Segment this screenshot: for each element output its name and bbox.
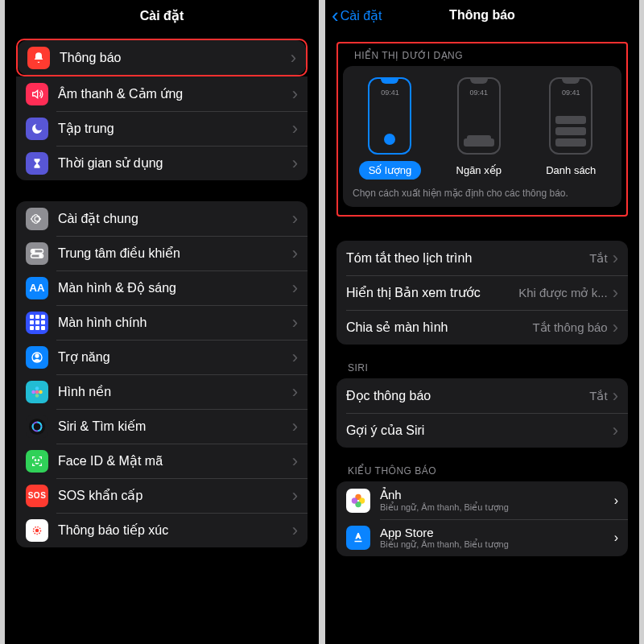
svg-point-9 xyxy=(35,394,39,398)
highlight-box: Thông báo› xyxy=(16,39,308,76)
app-meta: ẢnhBiểu ngữ, Âm thanh, Biểu tượng xyxy=(380,488,614,513)
row-value: Khi được mở k... xyxy=(518,286,608,300)
settings-group: Cài đặt chung›Trung tâm điều khiển›AAMàn… xyxy=(16,201,308,547)
section-header-siri: SIRI xyxy=(348,362,625,374)
row-label: Thông báo tiếp xúc xyxy=(58,522,287,538)
settings-row-notifications[interactable]: Thông báo› xyxy=(18,40,306,75)
settings-row-general[interactable]: Cài đặt chung› xyxy=(16,201,308,236)
settings-row[interactable]: Hiển thị Bản xem trướcKhi được mở k...› xyxy=(336,275,628,310)
row-label: Chia sẻ màn hình xyxy=(346,320,526,335)
settings-row-sounds[interactable]: Âm thanh & Cảm ứng› xyxy=(16,76,308,111)
settings-row-homescreen[interactable]: Màn hình chính› xyxy=(16,305,308,340)
nav-title: Thông báo xyxy=(449,8,515,23)
appstore-icon xyxy=(346,526,370,550)
chevron-right-icon: › xyxy=(613,422,618,440)
svg-point-6 xyxy=(35,390,39,394)
SOS-icon: SOS xyxy=(26,485,48,507)
row-label: Hình nền xyxy=(58,384,287,399)
svg-point-11 xyxy=(29,418,45,434)
svg-point-21 xyxy=(352,497,357,503)
settings-row[interactable]: Chia sẻ màn hìnhTắt thông báo› xyxy=(336,310,628,345)
row-label: Hiển thị Bản xem trước xyxy=(346,285,512,300)
chevron-right-icon: › xyxy=(292,452,298,470)
row-label: Màn hình & Độ sáng xyxy=(58,280,287,295)
hourglass-icon xyxy=(26,152,48,175)
svg-point-1 xyxy=(32,250,35,252)
chevron-right-icon: › xyxy=(292,522,298,539)
settings-row-display[interactable]: AAMàn hình & Độ sáng› xyxy=(16,270,308,305)
chevron-right-icon: › xyxy=(292,210,298,228)
settings-row-faceid[interactable]: Face ID & Mật mã› xyxy=(16,444,308,478)
settings-row-sos[interactable]: SOSSOS khẩn cấp› xyxy=(16,478,308,513)
bell-icon xyxy=(27,47,50,69)
svg-point-3 xyxy=(39,254,42,257)
chevron-right-icon: › xyxy=(613,250,618,267)
display-option-stack[interactable]: 09:41Ngăn xếp xyxy=(447,77,511,180)
face-icon xyxy=(26,450,48,473)
nav-title: Cài đặt xyxy=(140,8,184,23)
row-label: Cài đặt chung xyxy=(58,211,287,226)
display-option-label: Số lượng xyxy=(359,161,422,180)
settings-row[interactable]: Gợi ý của Siri› xyxy=(336,413,628,448)
chevron-right-icon: › xyxy=(292,349,298,366)
chevron-right-icon: › xyxy=(292,85,298,103)
settings-row-focus[interactable]: Tập trung› xyxy=(16,111,308,146)
phone-preview-icon: 09:41 xyxy=(368,77,411,155)
notifications-screen: ‹ Cài đặt Thông báo HIỂN THỊ DƯỚI DẠNG09… xyxy=(325,0,639,644)
AA-icon: AA xyxy=(26,277,48,299)
flower-icon xyxy=(26,381,48,403)
row-label: Trung tâm điều khiển xyxy=(58,246,287,261)
notification-style-group: ẢnhBiểu ngữ, Âm thanh, Biểu tượng›App St… xyxy=(336,481,628,556)
row-label: Tập trung xyxy=(58,121,287,136)
display-as-footer: Chọn cách xuất hiện mặc định cho các thô… xyxy=(343,183,621,207)
chevron-right-icon: › xyxy=(292,314,298,332)
nav-bar: Cài đặt xyxy=(5,0,319,31)
row-value: Tắt xyxy=(589,251,607,266)
chevron-right-icon: › xyxy=(614,530,618,545)
row-label: Thời gian sử dụng xyxy=(58,155,287,171)
chevron-right-icon: › xyxy=(292,245,298,262)
display-option-count[interactable]: 09:41Số lượng xyxy=(359,77,422,180)
speaker-icon xyxy=(26,83,48,105)
row-label: Siri & Tìm kiếm xyxy=(58,419,287,434)
svg-point-14 xyxy=(35,460,35,460)
settings-row-controlcenter[interactable]: Trung tâm điều khiển› xyxy=(16,236,308,270)
grid-icon xyxy=(26,312,48,334)
person-icon xyxy=(26,346,48,369)
settings-row-accessibility[interactable]: Trợ năng› xyxy=(16,340,308,374)
row-value: Tắt xyxy=(589,389,607,403)
row-label: Trợ năng xyxy=(58,349,287,365)
settings-row-exposure[interactable]: Thông báo tiếp xúc› xyxy=(16,513,308,547)
row-label: Đọc thông báo xyxy=(346,388,583,403)
highlight-box: HIỂN THỊ DƯỚI DẠNG09:41Số lượng09:41Ngăn… xyxy=(336,42,628,217)
settings-row-screentime[interactable]: Thời gian sử dụng› xyxy=(16,146,308,180)
app-meta: App StoreBiểu ngữ, Âm thanh, Biểu tượng xyxy=(380,526,614,550)
settings-row[interactable]: Đọc thông báoTắt› xyxy=(336,378,628,413)
svg-point-10 xyxy=(31,390,35,394)
app-sub: Biểu ngữ, Âm thanh, Biểu tượng xyxy=(380,502,614,513)
display-option-label: Ngăn xếp xyxy=(447,161,511,180)
siri-group: Đọc thông báoTắt›Gợi ý của Siri› xyxy=(336,378,628,448)
settings-row-siri[interactable]: Siri & Tìm kiếm› xyxy=(16,409,308,444)
row-label: Thông báo xyxy=(60,51,286,65)
display-as-group: 09:41Số lượng09:41Ngăn xếp09:41Danh sách… xyxy=(343,66,621,207)
nav-bar: ‹ Cài đặt Thông báo xyxy=(325,0,639,31)
row-label: Gợi ý của Siri xyxy=(346,423,608,438)
chevron-right-icon: › xyxy=(292,120,298,138)
settings-row[interactable]: Tóm tắt theo lịch trìnhTắt› xyxy=(336,241,628,275)
chevron-right-icon: › xyxy=(613,319,618,336)
exposure-icon xyxy=(26,519,48,542)
settings-row-wallpaper[interactable]: Hình nền› xyxy=(16,374,308,409)
chevron-right-icon: › xyxy=(614,493,618,508)
phone-preview-icon: 09:41 xyxy=(549,77,592,155)
back-button[interactable]: ‹ Cài đặt xyxy=(332,0,382,31)
app-row[interactable]: ẢnhBiểu ngữ, Âm thanh, Biểu tượng› xyxy=(336,481,628,519)
section-header-style: KIỂU THÔNG BÁO xyxy=(348,465,625,477)
app-name: Ảnh xyxy=(380,488,614,502)
display-option-list[interactable]: 09:41Danh sách xyxy=(536,77,605,180)
app-name: App Store xyxy=(380,526,614,539)
app-row[interactable]: App StoreBiểu ngữ, Âm thanh, Biểu tượng› xyxy=(336,519,628,556)
chevron-right-icon: › xyxy=(292,279,298,297)
notification-settings-group: Tóm tắt theo lịch trìnhTắt›Hiển thị Bản … xyxy=(336,241,628,345)
settings-group: Âm thanh & Cảm ứng›Tập trung›Thời gian s… xyxy=(16,76,308,180)
